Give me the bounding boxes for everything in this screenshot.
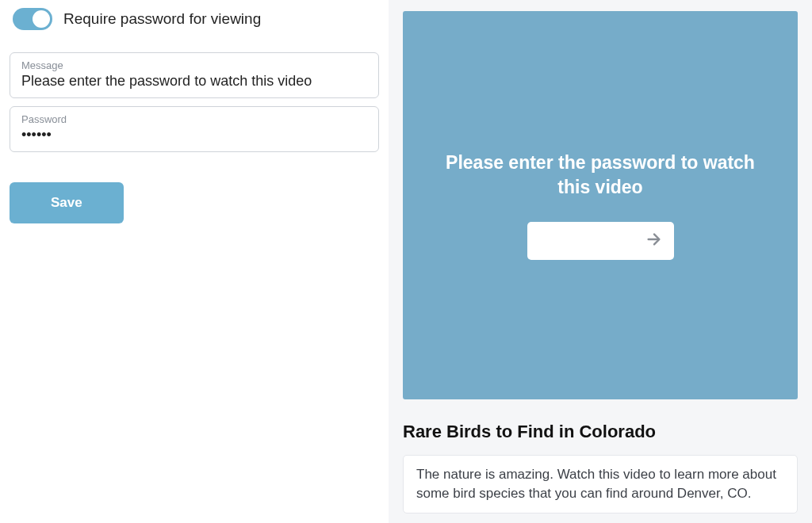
- password-label: Password: [21, 113, 367, 125]
- video-password-preview: Please enter the password to watch this …: [403, 11, 798, 399]
- require-password-label: Require password for viewing: [63, 10, 261, 28]
- settings-panel: Require password for viewing Message Pas…: [0, 0, 389, 523]
- password-input-group[interactable]: Password: [10, 106, 379, 152]
- require-password-toggle[interactable]: [13, 8, 52, 30]
- message-label: Message: [21, 59, 367, 71]
- require-password-row: Require password for viewing: [10, 8, 379, 30]
- preview-panel: Please enter the password to watch this …: [389, 0, 812, 523]
- save-button[interactable]: Save: [10, 182, 124, 223]
- password-input[interactable]: [21, 127, 367, 143]
- message-input[interactable]: [21, 73, 367, 90]
- video-title: Rare Birds to Find in Colorado: [403, 422, 798, 442]
- message-input-group[interactable]: Message: [10, 52, 379, 98]
- preview-message: Please enter the password to watch this …: [435, 151, 766, 200]
- arrow-right-icon[interactable]: [645, 231, 663, 251]
- video-description: The nature is amazing. Watch this video …: [403, 455, 798, 513]
- toggle-knob: [33, 10, 50, 28]
- preview-password-input[interactable]: [527, 222, 674, 260]
